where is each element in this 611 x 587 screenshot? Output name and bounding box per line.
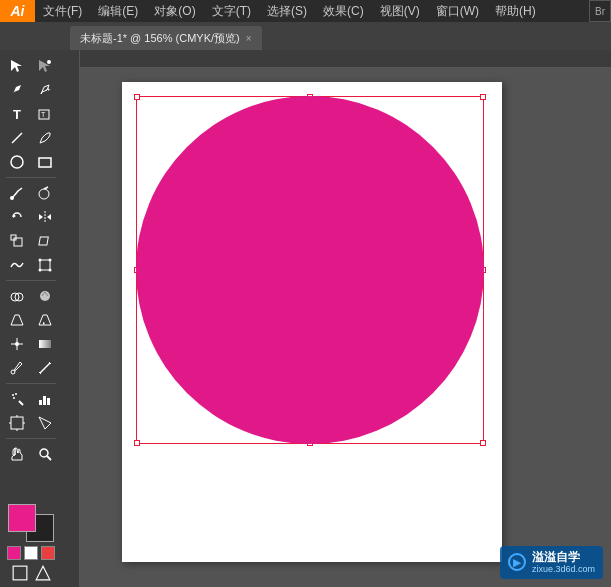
slice-tool[interactable]: [32, 412, 58, 434]
svg-rect-8: [39, 158, 51, 167]
svg-point-10: [39, 189, 49, 199]
circle-container[interactable]: [122, 82, 502, 462]
color-white-swatch[interactable]: [24, 546, 38, 560]
menu-effect[interactable]: 效果(C): [315, 0, 372, 22]
zoom-tool[interactable]: [32, 443, 58, 465]
toolbar: + T T: [0, 50, 62, 587]
svg-marker-14: [47, 214, 51, 220]
tab-bar: 未标题-1* @ 156% (CMYK/预览) ×: [0, 22, 611, 50]
blob-brush-tool[interactable]: [32, 182, 58, 204]
scale-tool[interactable]: [4, 230, 30, 252]
svg-point-21: [39, 269, 42, 272]
menu-object[interactable]: 对象(O): [146, 0, 203, 22]
tool-row-builder: [4, 285, 58, 307]
color-section: [7, 504, 55, 587]
handle-bl[interactable]: [134, 440, 140, 446]
svg-marker-26: [11, 315, 23, 325]
area-type-tool[interactable]: T: [32, 103, 58, 125]
tool-row-rect: [4, 151, 58, 173]
separator-1: [6, 177, 56, 178]
main-area: + T T: [0, 50, 611, 587]
eyedropper-tool[interactable]: [4, 357, 30, 379]
svg-rect-17: [39, 237, 48, 245]
paintbrush-tool[interactable]: [4, 182, 30, 204]
svg-point-38: [15, 393, 17, 395]
svg-point-19: [39, 259, 42, 262]
symbol-spray-tool[interactable]: [4, 388, 30, 410]
menu-help[interactable]: 帮助(H): [487, 0, 544, 22]
svg-marker-51: [36, 566, 50, 580]
menu-view[interactable]: 视图(V): [372, 0, 428, 22]
document-tab[interactable]: 未标题-1* @ 156% (CMYK/预览) ×: [70, 26, 262, 50]
color-swatches: [8, 504, 54, 542]
hand-tool[interactable]: [4, 443, 30, 465]
shape-builder-tool[interactable]: [4, 285, 30, 307]
separator-2: [6, 280, 56, 281]
perspective-tool[interactable]: [4, 309, 30, 331]
reflect-tool[interactable]: [32, 206, 58, 228]
draw-mode-button[interactable]: [33, 565, 53, 581]
shear-tool[interactable]: [32, 230, 58, 252]
mesh-tool[interactable]: [4, 333, 30, 355]
measure-tool[interactable]: [32, 357, 58, 379]
svg-point-39: [13, 397, 15, 399]
svg-marker-27: [39, 315, 51, 325]
svg-marker-13: [39, 214, 43, 220]
direct-select-tool[interactable]: [32, 55, 58, 77]
bar-graph-tool[interactable]: [32, 388, 58, 410]
toolbar-extras: [10, 565, 53, 581]
menu-edit[interactable]: 编辑(E): [90, 0, 146, 22]
svg-rect-41: [43, 396, 46, 405]
svg-point-22: [49, 269, 52, 272]
live-paint-tool[interactable]: [32, 285, 58, 307]
free-transform-tool[interactable]: [32, 254, 58, 276]
svg-point-31: [15, 342, 19, 346]
rect-tool[interactable]: [32, 151, 58, 173]
tool-row-eyedropper: [4, 357, 58, 379]
menu-file[interactable]: 文件(F): [35, 0, 90, 22]
artboard-tool[interactable]: [4, 412, 30, 434]
type-tool[interactable]: T: [4, 103, 30, 125]
svg-line-49: [47, 456, 51, 460]
anchor-add-tool[interactable]: +: [32, 79, 58, 101]
pen-tool[interactable]: [4, 79, 30, 101]
svg-point-48: [40, 449, 48, 457]
handle-br[interactable]: [480, 440, 486, 446]
warp-tool[interactable]: [4, 254, 30, 276]
watermark-url: zixue.3d6d.com: [532, 564, 595, 575]
ellipse-tool[interactable]: [4, 151, 30, 173]
tool-row-hand: [4, 443, 58, 465]
tab-close-button[interactable]: ×: [246, 33, 252, 44]
svg-line-6: [12, 133, 22, 143]
color-red-swatch[interactable]: [41, 546, 55, 560]
tool-row-perspective: [4, 309, 58, 331]
watermark-icon: ▶: [508, 553, 526, 571]
line-tool[interactable]: [4, 127, 30, 149]
bridge-button[interactable]: Br: [589, 0, 611, 22]
svg-point-20: [49, 259, 52, 262]
menu-select[interactable]: 选择(S): [259, 0, 315, 22]
separator-3: [6, 383, 56, 384]
select-tool[interactable]: [4, 55, 30, 77]
tool-row-scale: [4, 230, 58, 252]
svg-point-2: [47, 60, 51, 64]
small-swatches: [7, 546, 55, 560]
menu-text[interactable]: 文字(T): [204, 0, 259, 22]
rotate-tool[interactable]: [4, 206, 30, 228]
handle-tl[interactable]: [134, 94, 140, 100]
ellipse-shape[interactable]: [136, 96, 484, 444]
pencil-tool[interactable]: [32, 127, 58, 149]
svg-rect-42: [47, 398, 50, 405]
tool-row-shape: [4, 127, 58, 149]
perspective-select-tool[interactable]: [32, 309, 58, 331]
foreground-color-swatch[interactable]: [8, 504, 36, 532]
color-pink-swatch[interactable]: [7, 546, 21, 560]
tool-row-symbol: [4, 388, 58, 410]
left-ruler: [62, 50, 80, 587]
gradient-tool[interactable]: [32, 333, 58, 355]
top-ruler: [62, 50, 611, 68]
screen-mode-button[interactable]: [10, 565, 30, 581]
tool-row-type: T T: [4, 103, 58, 125]
handle-tr[interactable]: [480, 94, 486, 100]
menu-window[interactable]: 窗口(W): [428, 0, 487, 22]
